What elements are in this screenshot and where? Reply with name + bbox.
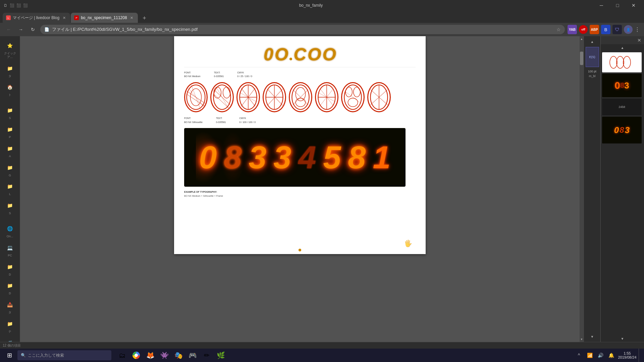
thumbnail-scroll-up[interactable]: ▲ [601,44,644,51]
sidebar-item-home[interactable]: 🏠 ト [1,80,19,98]
taskbar-app-game1[interactable]: 👾 [158,349,171,362]
text-key-1: TEXT: [214,71,220,74]
scroll-down-button[interactable]: ▼ [580,337,584,342]
red-oval-3 [263,82,286,112]
sidebar-item-l[interactable]: 📁 L [1,180,19,197]
minimize-button[interactable]: ─ [594,0,609,11]
show-desktop-button[interactable] [639,349,641,362]
tray-network-icon[interactable]: 📶 [585,349,594,362]
red-chars-row [184,82,416,112]
sidebar-item-a[interactable]: 📁 A [1,142,19,160]
font-info-row-2: FONT: BO NX Silhouette TEXT: 0-335581 CM… [184,116,416,125]
thumbnail-close-button[interactable]: ✕ [637,38,641,43]
tray-show-hidden[interactable]: ^ [574,349,584,362]
thumbnail-item-2[interactable]: 0 8 3 [602,74,642,97]
sidebar-item-music[interactable]: 🎵 ヒ [1,336,19,342]
tab-pdf[interactable]: P bo_nx_specimen_111208 ✕ [71,13,138,23]
start-button[interactable]: ⊞ [3,349,16,362]
tab-close-1[interactable]: ✕ [61,15,67,20]
right-scroll-down[interactable]: ▼ [590,334,594,339]
taskbar-app-chrome[interactable] [129,349,143,362]
maximize-button[interactable]: □ [610,0,625,11]
glow-digit-3a: 3 [246,131,270,183]
red-char-6 [341,82,365,112]
sidebar-item-ta[interactable]: 📁 タ [1,62,19,79]
yab-extension[interactable]: YAB [568,25,577,34]
p-icon: 📁 [5,124,15,135]
abp-extension[interactable]: ABP [590,25,599,34]
off-extension[interactable]: off [579,25,588,34]
svg-point-36 [354,87,360,97]
svg-line-3 [187,94,205,107]
shield-extension[interactable]: 🛡 [612,25,622,34]
sidebar-item-g[interactable]: 📁 G [1,161,19,179]
taskbar-app-steam[interactable]: 🎮 [186,349,199,362]
account-avatar[interactable]: 👤 [624,25,633,34]
tab-close-2[interactable]: ✕ [129,15,135,20]
cmyk-val-1: 0 / 25 / 100 / 0 [237,75,252,77]
taskbar-search[interactable]: 🔍 ここに入力して検索 [17,350,111,360]
pdf-page: 0 O C O O FONT: BO NX Medium TEXT: 0-335 [174,36,426,254]
text-key-2: TEXT: [216,117,222,119]
blue-extension[interactable]: B [601,25,610,34]
red-char-3 [263,82,286,112]
pc-label: PC [8,254,12,257]
sidebar-item-d2[interactable]: 📁 D [1,279,19,297]
pdf-scrollbar[interactable]: ▲ ▼ [580,36,584,342]
close-button[interactable]: ✕ [626,0,641,11]
sidebar-item-download[interactable]: 📥 タ [1,298,19,316]
bookmark-star[interactable]: ☆ [556,27,561,32]
sidebar-item-p[interactable]: 📁 P [1,123,19,140]
svg-point-25 [296,98,305,107]
taskbar-app-game2[interactable]: 🎭 [172,349,185,362]
url-bar[interactable]: 📄 ファイル | E:/PC/font%20dl/SGVW_1_5/bo_nx_… [40,25,565,34]
back-button[interactable]: ← [4,25,13,34]
d1-icon: 📁 [5,261,15,272]
font-val-2: BO NX Silhouette [184,121,203,123]
taskbar-app-paint[interactable]: ✏ [200,349,213,362]
sidebar-item-quickaccess[interactable]: ⭐ クイック ア... [1,39,19,60]
scroll-track[interactable] [580,42,584,337]
thumbnail-item-1[interactable] [602,52,642,72]
nav-icon-1: ⬛ [9,3,15,8]
sidebar-item-s[interactable]: 📁 S [1,104,19,121]
example-desc: BO NX Medium + Silhouette + Frame [184,194,416,198]
pdf-scroll-area[interactable]: 0 O C O O FONT: BO NX Medium TEXT: 0-335 [20,36,580,342]
taskbar-app-other[interactable]: 🌿 [214,349,227,362]
glow-char-1: 1 [373,141,391,173]
te-label: テ [8,330,11,334]
taskbar-app-fileexplorer[interactable]: 🗂 [115,349,129,362]
scroll-thumb[interactable] [580,52,583,65]
taskbar-app-firefox[interactable]: 🦊 [144,349,157,362]
window-controls: ─ □ ✕ [594,0,641,11]
right-scroll-up[interactable]: ▲ [590,39,594,44]
svg-point-45 [623,56,631,68]
thumbnail-item-4[interactable]: 0 8 3 [602,117,642,143]
taskbar-clock[interactable]: 1:55 2019/08/24 [617,351,637,359]
browser-menu[interactable]: ⋮ [635,26,640,33]
tray-sound-icon[interactable]: 🔊 [596,349,605,362]
sidebar-item-s2[interactable]: 📁 S [1,199,19,217]
s2-icon: 📁 [5,200,15,211]
tab-livedoor[interactable]: L マイページ | livedoor Blog ✕ [3,13,70,23]
forward-button[interactable]: → [16,25,25,34]
tab-bar: L マイページ | livedoor Blog ✕ P bo_nx_specim… [0,11,644,23]
s-label: S [9,116,11,120]
svg-line-38 [344,91,361,104]
tray-notification[interactable]: 🔔 [606,349,616,362]
text-val-1: 0-335581 [214,75,224,77]
thumbnail-item-3[interactable]: 24bit [602,99,642,115]
new-tab-button[interactable]: + [140,13,149,23]
tab-favicon-2: P [74,15,79,20]
glow-digit-5: 5 [320,131,344,183]
sidebar-item-te[interactable]: 📁 テ [1,317,19,335]
thumbnail-scroll-down[interactable]: ▼ [601,335,644,342]
red-char-0 [184,82,208,112]
glow-digit-1: 1 [370,131,394,183]
scroll-up-button[interactable]: ▲ [580,36,584,42]
sidebar-item-d1[interactable]: 📁 D [1,260,19,278]
sidebar-item-pc[interactable]: 💻 PC [1,241,19,259]
refresh-button[interactable]: ↻ [28,25,38,34]
taskbar: ⊞ 🔍 ここに入力して検索 🗂 🦊 👾 🎭 🎮 ✏ 🌿 ^ 📶 🔊 🔔 1:55… [0,349,644,362]
sidebar-item-online[interactable]: 🌐 On... [1,222,19,240]
